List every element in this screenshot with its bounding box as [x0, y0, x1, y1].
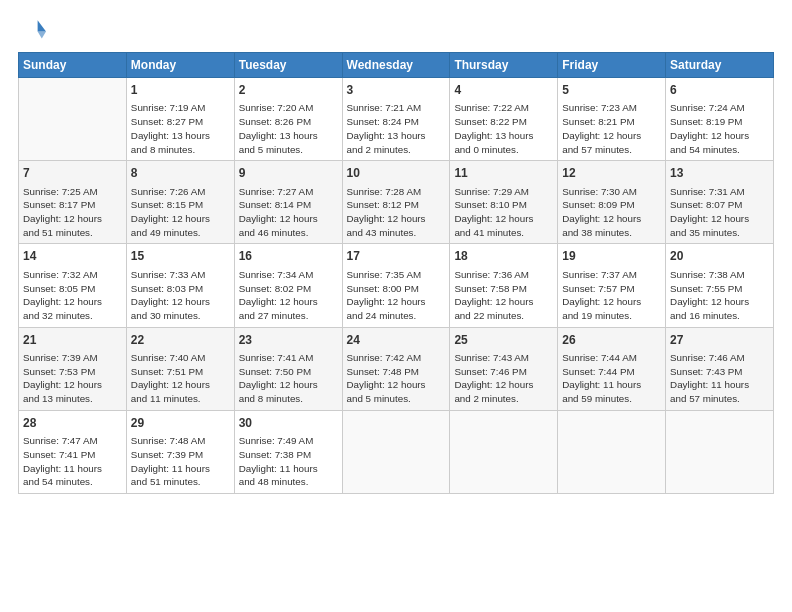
day-info: Sunrise: 7:41 AM Sunset: 7:50 PM Dayligh…	[239, 351, 338, 406]
calendar-cell: 13Sunrise: 7:31 AM Sunset: 8:07 PM Dayli…	[666, 161, 774, 244]
day-info: Sunrise: 7:25 AM Sunset: 8:17 PM Dayligh…	[23, 185, 122, 240]
calendar-cell: 4Sunrise: 7:22 AM Sunset: 8:22 PM Daylig…	[450, 78, 558, 161]
day-number: 15	[131, 248, 230, 265]
day-info: Sunrise: 7:27 AM Sunset: 8:14 PM Dayligh…	[239, 185, 338, 240]
day-number: 19	[562, 248, 661, 265]
day-number: 6	[670, 82, 769, 99]
day-number: 18	[454, 248, 553, 265]
calendar-cell: 15Sunrise: 7:33 AM Sunset: 8:03 PM Dayli…	[126, 244, 234, 327]
day-info: Sunrise: 7:30 AM Sunset: 8:09 PM Dayligh…	[562, 185, 661, 240]
day-number: 4	[454, 82, 553, 99]
calendar-cell: 17Sunrise: 7:35 AM Sunset: 8:00 PM Dayli…	[342, 244, 450, 327]
day-info: Sunrise: 7:24 AM Sunset: 8:19 PM Dayligh…	[670, 101, 769, 156]
day-number: 3	[347, 82, 446, 99]
svg-marker-0	[38, 20, 46, 31]
calendar-cell: 6Sunrise: 7:24 AM Sunset: 8:19 PM Daylig…	[666, 78, 774, 161]
day-info: Sunrise: 7:20 AM Sunset: 8:26 PM Dayligh…	[239, 101, 338, 156]
day-info: Sunrise: 7:23 AM Sunset: 8:21 PM Dayligh…	[562, 101, 661, 156]
day-info: Sunrise: 7:38 AM Sunset: 7:55 PM Dayligh…	[670, 268, 769, 323]
calendar-cell: 22Sunrise: 7:40 AM Sunset: 7:51 PM Dayli…	[126, 327, 234, 410]
calendar-cell	[450, 410, 558, 493]
day-number: 26	[562, 332, 661, 349]
calendar-table: SundayMondayTuesdayWednesdayThursdayFrid…	[18, 52, 774, 494]
calendar-week-row: 21Sunrise: 7:39 AM Sunset: 7:53 PM Dayli…	[19, 327, 774, 410]
day-info: Sunrise: 7:44 AM Sunset: 7:44 PM Dayligh…	[562, 351, 661, 406]
calendar-cell: 3Sunrise: 7:21 AM Sunset: 8:24 PM Daylig…	[342, 78, 450, 161]
calendar-cell	[666, 410, 774, 493]
header-wednesday: Wednesday	[342, 53, 450, 78]
calendar-cell: 21Sunrise: 7:39 AM Sunset: 7:53 PM Dayli…	[19, 327, 127, 410]
day-number: 24	[347, 332, 446, 349]
calendar-week-row: 28Sunrise: 7:47 AM Sunset: 7:41 PM Dayli…	[19, 410, 774, 493]
day-info: Sunrise: 7:22 AM Sunset: 8:22 PM Dayligh…	[454, 101, 553, 156]
day-number: 13	[670, 165, 769, 182]
day-info: Sunrise: 7:19 AM Sunset: 8:27 PM Dayligh…	[131, 101, 230, 156]
calendar-cell: 19Sunrise: 7:37 AM Sunset: 7:57 PM Dayli…	[558, 244, 666, 327]
day-info: Sunrise: 7:35 AM Sunset: 8:00 PM Dayligh…	[347, 268, 446, 323]
day-number: 12	[562, 165, 661, 182]
calendar-week-row: 14Sunrise: 7:32 AM Sunset: 8:05 PM Dayli…	[19, 244, 774, 327]
logo-icon	[18, 16, 46, 44]
day-info: Sunrise: 7:48 AM Sunset: 7:39 PM Dayligh…	[131, 434, 230, 489]
day-number: 25	[454, 332, 553, 349]
calendar-cell: 24Sunrise: 7:42 AM Sunset: 7:48 PM Dayli…	[342, 327, 450, 410]
day-info: Sunrise: 7:43 AM Sunset: 7:46 PM Dayligh…	[454, 351, 553, 406]
calendar-cell: 5Sunrise: 7:23 AM Sunset: 8:21 PM Daylig…	[558, 78, 666, 161]
calendar-cell: 9Sunrise: 7:27 AM Sunset: 8:14 PM Daylig…	[234, 161, 342, 244]
day-number: 7	[23, 165, 122, 182]
day-info: Sunrise: 7:42 AM Sunset: 7:48 PM Dayligh…	[347, 351, 446, 406]
day-info: Sunrise: 7:39 AM Sunset: 7:53 PM Dayligh…	[23, 351, 122, 406]
calendar-cell: 11Sunrise: 7:29 AM Sunset: 8:10 PM Dayli…	[450, 161, 558, 244]
header-friday: Friday	[558, 53, 666, 78]
calendar-header-row: SundayMondayTuesdayWednesdayThursdayFrid…	[19, 53, 774, 78]
calendar-cell	[558, 410, 666, 493]
day-info: Sunrise: 7:26 AM Sunset: 8:15 PM Dayligh…	[131, 185, 230, 240]
day-info: Sunrise: 7:40 AM Sunset: 7:51 PM Dayligh…	[131, 351, 230, 406]
day-info: Sunrise: 7:49 AM Sunset: 7:38 PM Dayligh…	[239, 434, 338, 489]
calendar-cell: 25Sunrise: 7:43 AM Sunset: 7:46 PM Dayli…	[450, 327, 558, 410]
header-thursday: Thursday	[450, 53, 558, 78]
day-info: Sunrise: 7:21 AM Sunset: 8:24 PM Dayligh…	[347, 101, 446, 156]
calendar-cell: 20Sunrise: 7:38 AM Sunset: 7:55 PM Dayli…	[666, 244, 774, 327]
calendar-cell: 14Sunrise: 7:32 AM Sunset: 8:05 PM Dayli…	[19, 244, 127, 327]
day-number: 14	[23, 248, 122, 265]
day-number: 27	[670, 332, 769, 349]
header-tuesday: Tuesday	[234, 53, 342, 78]
day-number: 28	[23, 415, 122, 432]
calendar-cell: 26Sunrise: 7:44 AM Sunset: 7:44 PM Dayli…	[558, 327, 666, 410]
day-info: Sunrise: 7:34 AM Sunset: 8:02 PM Dayligh…	[239, 268, 338, 323]
day-number: 8	[131, 165, 230, 182]
calendar-cell	[19, 78, 127, 161]
calendar-cell: 7Sunrise: 7:25 AM Sunset: 8:17 PM Daylig…	[19, 161, 127, 244]
day-number: 9	[239, 165, 338, 182]
day-info: Sunrise: 7:47 AM Sunset: 7:41 PM Dayligh…	[23, 434, 122, 489]
calendar-cell: 28Sunrise: 7:47 AM Sunset: 7:41 PM Dayli…	[19, 410, 127, 493]
calendar-week-row: 1Sunrise: 7:19 AM Sunset: 8:27 PM Daylig…	[19, 78, 774, 161]
day-info: Sunrise: 7:36 AM Sunset: 7:58 PM Dayligh…	[454, 268, 553, 323]
calendar-cell	[342, 410, 450, 493]
day-number: 11	[454, 165, 553, 182]
day-number: 23	[239, 332, 338, 349]
day-info: Sunrise: 7:31 AM Sunset: 8:07 PM Dayligh…	[670, 185, 769, 240]
calendar-cell: 8Sunrise: 7:26 AM Sunset: 8:15 PM Daylig…	[126, 161, 234, 244]
calendar-cell: 30Sunrise: 7:49 AM Sunset: 7:38 PM Dayli…	[234, 410, 342, 493]
calendar-cell: 16Sunrise: 7:34 AM Sunset: 8:02 PM Dayli…	[234, 244, 342, 327]
day-number: 30	[239, 415, 338, 432]
header-monday: Monday	[126, 53, 234, 78]
day-number: 16	[239, 248, 338, 265]
calendar-cell: 1Sunrise: 7:19 AM Sunset: 8:27 PM Daylig…	[126, 78, 234, 161]
calendar-cell: 10Sunrise: 7:28 AM Sunset: 8:12 PM Dayli…	[342, 161, 450, 244]
day-info: Sunrise: 7:29 AM Sunset: 8:10 PM Dayligh…	[454, 185, 553, 240]
day-number: 20	[670, 248, 769, 265]
day-number: 2	[239, 82, 338, 99]
calendar-cell: 2Sunrise: 7:20 AM Sunset: 8:26 PM Daylig…	[234, 78, 342, 161]
day-number: 21	[23, 332, 122, 349]
calendar-week-row: 7Sunrise: 7:25 AM Sunset: 8:17 PM Daylig…	[19, 161, 774, 244]
calendar-cell: 27Sunrise: 7:46 AM Sunset: 7:43 PM Dayli…	[666, 327, 774, 410]
day-number: 17	[347, 248, 446, 265]
svg-marker-1	[38, 31, 46, 38]
header	[18, 16, 774, 44]
header-saturday: Saturday	[666, 53, 774, 78]
day-number: 22	[131, 332, 230, 349]
day-info: Sunrise: 7:37 AM Sunset: 7:57 PM Dayligh…	[562, 268, 661, 323]
